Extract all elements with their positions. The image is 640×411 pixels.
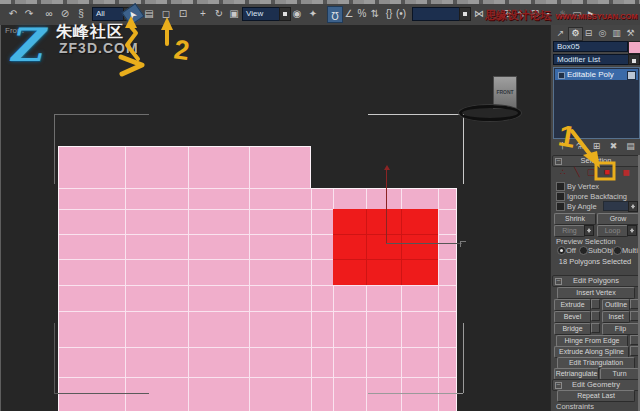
spinner-snap-icon[interactable]: ⇅ — [368, 6, 382, 21]
remove-modifier-icon[interactable]: ✖ — [607, 140, 620, 152]
preview-radio-subobj[interactable] — [579, 246, 588, 255]
use-center-icon[interactable]: ◉ — [290, 6, 304, 21]
gizmo-y-axis[interactable] — [386, 167, 387, 244]
stack-row-label: Editable Poly — [567, 70, 614, 79]
make-unique-icon[interactable]: ⊞ — [590, 140, 603, 152]
by-angle-field[interactable] — [603, 201, 630, 211]
reference-coordinate-combo[interactable]: View — [242, 7, 281, 21]
preview-radio-label: SubObj — [588, 246, 613, 255]
named-selection-combo-arrow[interactable] — [459, 7, 471, 21]
select-and-manipulate-icon[interactable]: ✦ — [306, 6, 320, 21]
modifier-visibility-toggle[interactable] — [627, 71, 636, 80]
select-and-rotate-icon[interactable]: ↻ — [212, 6, 226, 21]
loop-button[interactable]: Loop — [597, 225, 628, 237]
select-by-name-icon[interactable]: ▤ — [142, 6, 156, 21]
snap-toggle-3d-icon[interactable]: Ω — [327, 6, 343, 23]
grid-line-h — [58, 285, 457, 286]
pin-stack-icon[interactable]: † — [556, 140, 569, 152]
quick-render-icon[interactable]: ► — [584, 6, 598, 21]
configure-modifier-sets-icon[interactable]: ▤ — [624, 140, 637, 152]
ignore-backfacing-checkbox[interactable] — [556, 192, 565, 201]
select-and-scale-icon[interactable]: ▣ — [227, 6, 241, 21]
tab-hierarchy[interactable]: ⊟ — [582, 27, 595, 39]
loop-spinner[interactable] — [627, 225, 637, 236]
extrude-button[interactable]: Extrude — [554, 299, 591, 311]
ring-button[interactable]: Ring — [554, 225, 585, 237]
shrink-button[interactable]: Shrink — [554, 213, 596, 225]
edit-named-selections-icon[interactable]: (•) — [394, 6, 408, 21]
stack-row-editable-poly[interactable]: Editable Poly — [555, 69, 638, 80]
front-text-object[interactable]: FRONT — [493, 76, 517, 109]
grid-line-v — [188, 146, 189, 411]
selection-bracket-h — [54, 393, 149, 394]
selection-filter-combo[interactable]: All — [92, 7, 125, 21]
edge-subobject-icon[interactable]: ╲ — [571, 167, 583, 177]
rendered-frame-icon[interactable]: ▭ — [570, 6, 584, 21]
by-vertex-checkbox[interactable] — [556, 182, 565, 191]
insert-vertex-button[interactable]: Insert Vertex — [557, 287, 635, 299]
tab-motion[interactable]: ◎ — [596, 27, 609, 39]
schematic-view-icon[interactable]: ⊟ — [528, 6, 542, 21]
percent-snap-icon[interactable]: % — [355, 6, 369, 21]
editable-poly-mesh[interactable] — [58, 146, 457, 411]
outline-button[interactable]: Outline — [602, 299, 630, 311]
object-name-field[interactable]: Box05 — [553, 41, 628, 52]
undo-icon[interactable]: ↶ — [6, 6, 20, 21]
bridge-button[interactable]: Bridge — [554, 323, 591, 335]
front-viewport[interactable]: Front FRONT — [0, 25, 551, 411]
collapse-icon: – — [555, 278, 562, 285]
named-selection-combo[interactable] — [412, 7, 461, 21]
object-color-swatch[interactable] — [628, 41, 640, 54]
align-icon[interactable]: ≡ — [486, 6, 500, 21]
modifier-stack[interactable]: Editable Poly — [553, 67, 640, 139]
edit-polygons-rollout-header[interactable]: Edit Polygons– — [552, 275, 640, 287]
ring-spinner[interactable] — [584, 225, 594, 236]
layer-manager-icon[interactable]: ⊞ — [500, 6, 514, 21]
by-angle-spinner[interactable] — [628, 201, 638, 212]
repeat-last-button[interactable]: Repeat Last — [557, 390, 635, 402]
preview-radio-off[interactable] — [557, 246, 566, 255]
modifier-list-dropdown-arrow[interactable] — [628, 54, 640, 65]
bevel-button[interactable]: Bevel — [554, 311, 591, 323]
grid-line-v — [125, 146, 126, 411]
ignore-backfacing-label: Ignore Backfacing — [567, 192, 627, 201]
tab-display[interactable]: ▥ — [610, 27, 623, 39]
inset-button[interactable]: Inset — [602, 311, 630, 323]
tab-utilities[interactable]: ⚒ — [624, 27, 637, 39]
tab-create[interactable]: ↗ — [554, 27, 567, 39]
modifier-icon — [558, 72, 565, 79]
window-crossing-icon[interactable]: ⊡ — [176, 6, 190, 21]
polygon-subobject-icon[interactable]: ■ — [601, 167, 613, 177]
rectangular-selection-icon[interactable]: ◻ — [159, 6, 173, 21]
red-grid-line-v — [366, 209, 367, 285]
bind-to-space-warp-icon[interactable]: § — [74, 6, 88, 21]
bridge-settings-box[interactable] — [591, 323, 600, 333]
bevel-settings-box[interactable] — [591, 311, 600, 321]
border-subobject-icon[interactable]: ▢ — [585, 167, 597, 177]
extrude-settings-box[interactable] — [591, 299, 600, 309]
curve-editor-icon[interactable]: ∿ — [514, 6, 528, 21]
vertex-subobject-icon[interactable]: ∴ — [557, 167, 569, 177]
gizmo-x-axis[interactable] — [386, 243, 462, 244]
grid-line-h — [58, 347, 457, 348]
by-angle-checkbox[interactable] — [556, 202, 565, 211]
grid-line-v — [311, 146, 312, 411]
preview-radio-multi[interactable] — [613, 246, 622, 255]
viewport-label[interactable]: Front — [5, 26, 24, 35]
select-and-move-icon[interactable]: + — [196, 6, 210, 21]
tab-modify[interactable]: ⚙ — [568, 27, 583, 41]
grow-button[interactable]: Grow — [597, 213, 639, 225]
show-end-result-icon[interactable]: ⚗ — [573, 140, 586, 152]
render-setup-icon[interactable]: ♨ — [556, 6, 570, 21]
unlink-selection-icon[interactable]: ⊘ — [58, 6, 72, 21]
redo-icon[interactable]: ↷ — [22, 6, 36, 21]
mesh-edge — [58, 146, 59, 411]
select-and-link-icon[interactable]: ∞ — [42, 6, 56, 21]
material-editor-icon[interactable]: ◐ — [542, 6, 556, 21]
mirror-icon[interactable]: ⋈ — [472, 6, 486, 21]
element-subobject-icon[interactable]: ◼ — [620, 167, 632, 177]
modifier-list-dropdown[interactable]: Modifier List — [553, 54, 631, 65]
angle-snap-icon[interactable]: ∠ — [342, 6, 356, 21]
selection-rollout-header[interactable]: Selection– — [552, 155, 640, 167]
flip-button[interactable]: Flip — [602, 323, 639, 335]
